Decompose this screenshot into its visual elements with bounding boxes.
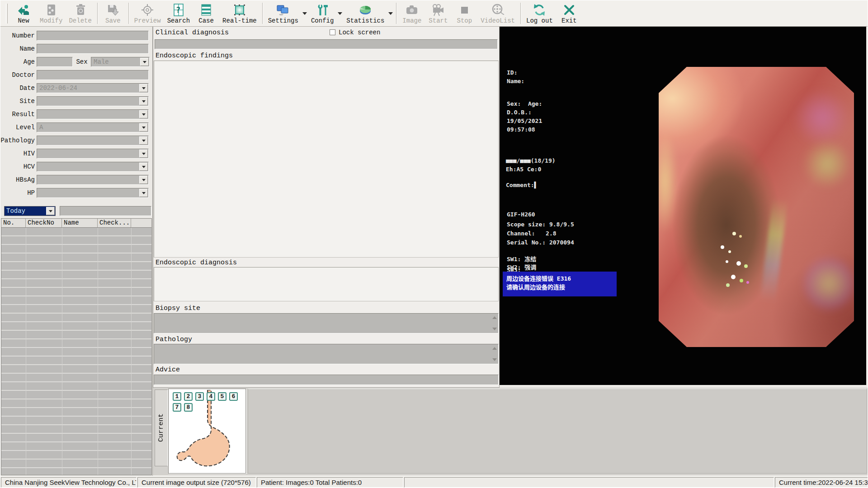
logout-button[interactable]: Log out (523, 1, 556, 26)
overlay-sw1: SW1: 冻结 (507, 254, 536, 263)
chevron-down-icon[interactable] (139, 97, 148, 105)
site-button-1[interactable]: 1 (173, 392, 181, 401)
button-label: Image (402, 18, 421, 24)
clinical-diagnosis-label: Clinical diagnosis (156, 29, 229, 37)
chevron-down-icon[interactable] (139, 163, 148, 171)
sex-combobox[interactable]: Male (91, 57, 150, 67)
statistics-button[interactable]: Statistics (343, 1, 387, 26)
name-input[interactable] (37, 44, 149, 54)
config-dropdown-chevron-down-icon[interactable] (337, 5, 343, 23)
column-header-no[interactable]: No. (1, 219, 26, 227)
hcv-row: HCV (0, 161, 153, 172)
chevron-down-icon[interactable] (139, 136, 148, 145)
specular-dots (726, 260, 728, 263)
endoscopic-diagnosis-textarea[interactable] (154, 267, 499, 301)
pathology-section-label: Pathology (156, 336, 192, 343)
doctor-input[interactable] (37, 70, 149, 80)
pathology-row: Pathology (0, 135, 153, 146)
date-label: Date (0, 84, 35, 92)
overlay-sex-age-label: Sex: Age: (507, 100, 542, 107)
chevron-down-icon[interactable] (139, 189, 148, 197)
settings-button[interactable]: Settings (265, 1, 302, 26)
chevron-down-icon[interactable] (139, 123, 148, 131)
hp-combobox[interactable] (37, 188, 149, 198)
site-button-2[interactable]: 2 (184, 392, 193, 401)
scroll-up-icon[interactable] (492, 316, 497, 319)
chevron-down-icon[interactable] (139, 110, 148, 118)
statistics-dropdown-chevron-down-icon[interactable] (387, 5, 394, 23)
doctor-label: Doctor (0, 71, 35, 79)
column-header-name[interactable]: Name (62, 219, 98, 227)
hiv-combobox[interactable] (37, 149, 149, 159)
chevron-down-icon[interactable] (140, 58, 149, 66)
age-input[interactable] (37, 57, 73, 67)
site-button-6[interactable]: 6 (229, 392, 238, 401)
hcv-label: HCV (0, 163, 35, 170)
column-header-extra[interactable] (131, 219, 151, 227)
scroll-down-icon[interactable] (492, 358, 497, 361)
reflection-streak (760, 197, 788, 302)
biopsy-site-textarea[interactable] (154, 313, 499, 333)
delete-icon (74, 2, 87, 18)
start-button: Start (425, 1, 451, 26)
new-patient-icon (17, 2, 30, 18)
button-label: Save (105, 18, 121, 24)
quick-search-input[interactable] (60, 206, 151, 216)
button-label: VideoList (481, 18, 515, 24)
lock-screen-checkbox[interactable] (330, 29, 335, 35)
site-button-4[interactable]: 4 (207, 392, 215, 401)
button-label: Exit (561, 18, 577, 24)
site-button-3[interactable]: 3 (195, 392, 204, 401)
site-button-7[interactable]: 7 (173, 403, 181, 412)
patient-panel: Number Name Age Sex Male Doctor Date 202… (0, 27, 153, 476)
scroll-down-icon[interactable] (492, 328, 497, 330)
site-map-panel: 1 2 3 4 5 6 7 8 (168, 389, 246, 474)
level-value: A (39, 124, 43, 131)
column-header-check[interactable]: Check... (98, 219, 131, 227)
number-row: Number (0, 30, 153, 41)
hbsag-label: HBsAg (0, 176, 35, 183)
settings-dropdown-chevron-down-icon[interactable] (302, 5, 308, 23)
site-label: Site (0, 98, 35, 105)
site-button-8[interactable]: 8 (184, 403, 193, 412)
hiv-label: HIV (0, 150, 35, 157)
chevron-down-icon[interactable] (139, 176, 148, 184)
toolbar-separator (520, 3, 521, 24)
endoscopic-findings-textarea[interactable] (154, 61, 499, 258)
column-header-checkno[interactable]: CheckNo (26, 219, 62, 227)
date-combobox[interactable]: 2022-06-24 (37, 83, 149, 93)
site-combobox[interactable] (37, 96, 149, 106)
chevron-down-icon[interactable] (46, 207, 55, 215)
search-button[interactable]: ? Search (164, 1, 193, 26)
pathology-combobox[interactable] (37, 136, 149, 145)
config-button[interactable]: Config (308, 1, 337, 26)
site-button-5[interactable]: 5 (218, 392, 226, 401)
record-stop-icon (458, 2, 471, 18)
realtime-button[interactable]: Real-time (219, 1, 260, 26)
period-filter-combobox[interactable]: Today (4, 206, 56, 216)
result-combobox[interactable] (37, 109, 149, 119)
pathology-textarea[interactable] (154, 344, 499, 364)
scroll-up-icon[interactable] (492, 347, 497, 350)
exit-button[interactable]: Exit (556, 1, 582, 26)
captured-images-strip[interactable] (248, 389, 867, 474)
hbsag-combobox[interactable] (37, 175, 149, 185)
number-input[interactable] (37, 31, 149, 41)
site-row: Site (0, 96, 153, 107)
case-button[interactable]: Case (193, 1, 219, 26)
error-line1: 周边设备连接错误 E316 (506, 274, 613, 283)
worklist-body[interactable] (1, 228, 151, 475)
age-sex-row: Age Sex Male (0, 56, 153, 67)
clinical-diagnosis-input[interactable] (155, 39, 498, 49)
flare-highlight (793, 90, 851, 145)
chevron-down-icon[interactable] (139, 150, 148, 158)
name-label: Name (0, 45, 35, 52)
new-button[interactable]: New (10, 1, 37, 26)
chevron-down-icon[interactable] (139, 84, 148, 92)
overlay-scope-model: GIF-H260 (507, 211, 535, 218)
result-label: Result (0, 111, 35, 118)
advice-textarea[interactable] (154, 375, 499, 385)
hcv-combobox[interactable] (37, 162, 149, 172)
level-combobox[interactable]: A (37, 122, 149, 132)
tab-current[interactable]: Current (155, 389, 168, 466)
